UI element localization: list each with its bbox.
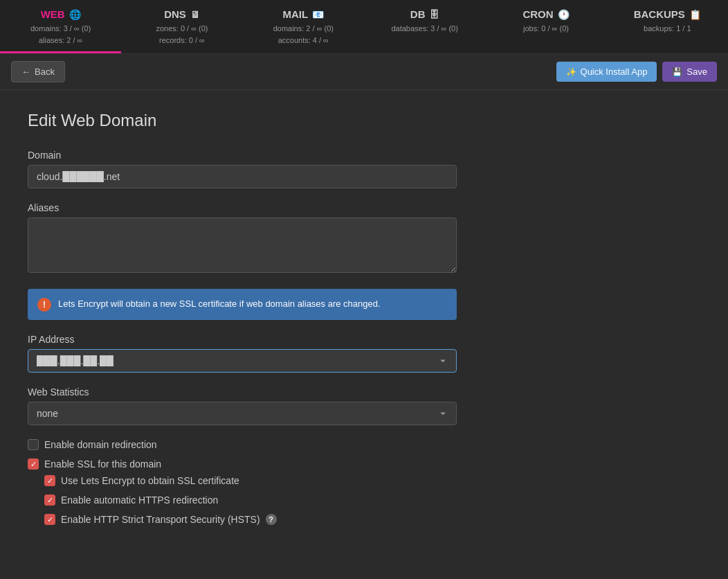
mail-icon [312, 8, 324, 20]
nav-item-db[interactable]: DB databases: 3 / ∞ (0) [364, 0, 485, 53]
web-stats-select[interactable]: none awstats webalizer [28, 402, 457, 425]
hsts-label[interactable]: Enable HTTP Strict Transport Security (H… [44, 514, 457, 525]
nav-item-cron[interactable]: CRON jobs: 0 / ∞ (0) [485, 0, 606, 53]
nav-item-backups[interactable]: BACKUPS backups: 1 / 1 [607, 0, 728, 53]
ip-address-select[interactable]: ███.███.██.██ [28, 349, 457, 373]
lets-encrypt-checkbox[interactable] [44, 475, 55, 486]
dns-icon [190, 8, 200, 20]
dns-label: DNS [164, 8, 186, 20]
mail-label: MAIL [282, 8, 308, 20]
backups-stat: backups: 1 / 1 [614, 23, 721, 35]
enable-ssl-text: Enable SSL for this domain [44, 458, 161, 470]
cron-label: CRON [522, 8, 553, 20]
nav-item-web[interactable]: WEB domains: 3 / ∞ (0) aliases: 2 / ∞ [0, 0, 121, 53]
enable-ssl-checkbox[interactable] [28, 458, 39, 470]
web-stat-aliases: aliases: 2 / ∞ [7, 35, 114, 46]
db-stat-databases: databases: 3 / ∞ (0) [371, 23, 478, 35]
https-redirect-text: Enable automatic HTTPS redirection [61, 495, 218, 506]
domain-label: Domain [28, 150, 457, 161]
mail-stat-accounts: accounts: 4 / ∞ [250, 35, 357, 46]
enable-redirect-group: Enable domain redirection [28, 439, 457, 450]
https-redirect-label[interactable]: Enable automatic HTTPS redirection [44, 495, 457, 506]
page-title: Edit Web Domain [28, 111, 457, 130]
toolbar: Back Quick Install App Save [0, 54, 728, 90]
main-content: Edit Web Domain Domain Aliases ! Lets En… [0, 90, 484, 554]
aliases-group: Aliases [28, 202, 457, 275]
hsts-help-icon[interactable]: ? [266, 514, 277, 525]
back-button[interactable]: Back [11, 61, 65, 82]
quick-install-label: Quick Install App [581, 66, 648, 77]
save-button[interactable]: Save [662, 62, 717, 82]
hsts-text: Enable HTTP Strict Transport Security (H… [61, 514, 260, 525]
https-redirect-group: Enable automatic HTTPS redirection [44, 495, 457, 506]
ip-address-label: IP Address [28, 334, 457, 345]
dns-stat-zones: zones: 0 / ∞ (0) [128, 23, 235, 35]
web-stats-group: Web Statistics none awstats webalizer [28, 386, 457, 425]
enable-redirect-checkbox[interactable] [28, 439, 39, 450]
lets-encrypt-group: Use Lets Encrypt to obtain SSL certifica… [44, 475, 457, 486]
nav-item-dns[interactable]: DNS zones: 0 / ∞ (0) records: 0 / ∞ [121, 0, 242, 53]
enable-redirect-text: Enable domain redirection [44, 439, 157, 450]
lets-encrypt-label[interactable]: Use Lets Encrypt to obtain SSL certifica… [44, 475, 457, 486]
db-icon [429, 8, 439, 20]
dns-stat-records: records: 0 / ∞ [128, 35, 235, 46]
globe-icon [69, 8, 81, 20]
alert-icon: ! [37, 298, 51, 312]
quick-install-button[interactable]: Quick Install App [556, 62, 657, 82]
backups-label: BACKUPS [634, 8, 685, 20]
web-stats-label: Web Statistics [28, 386, 457, 398]
domain-group: Domain [28, 150, 457, 188]
web-stat-domains: domains: 3 / ∞ (0) [7, 23, 114, 35]
backups-icon [689, 8, 701, 20]
ssl-sub-options: Use Lets Encrypt to obtain SSL certifica… [44, 475, 457, 525]
nav-item-mail[interactable]: MAIL domains: 2 / ∞ (0) accounts: 4 / ∞ [243, 0, 364, 53]
cron-stat-jobs: jobs: 0 / ∞ (0) [492, 23, 599, 35]
aliases-input[interactable] [28, 217, 457, 273]
back-label: Back [35, 66, 55, 77]
domain-input[interactable] [28, 165, 457, 188]
db-label: DB [410, 8, 426, 20]
enable-ssl-group: Enable SSL for this domain Use Lets Encr… [28, 458, 457, 525]
hsts-group: Enable HTTP Strict Transport Security (H… [44, 514, 457, 525]
enable-redirect-label[interactable]: Enable domain redirection [28, 439, 457, 450]
ssl-alert: ! Lets Encrypt will obtain a new SSL cer… [28, 289, 457, 320]
enable-ssl-label[interactable]: Enable SSL for this domain [28, 458, 457, 470]
web-label: WEB [41, 8, 65, 20]
https-redirect-checkbox[interactable] [44, 495, 55, 506]
ip-address-group: IP Address ███.███.██.██ [28, 334, 457, 373]
aliases-label: Aliases [28, 202, 457, 213]
lets-encrypt-text: Use Lets Encrypt to obtain SSL certifica… [61, 475, 239, 486]
alert-message: Lets Encrypt will obtain a new SSL certi… [58, 297, 381, 311]
wand-icon [566, 66, 576, 77]
save-icon [672, 66, 682, 77]
mail-stat-domains: domains: 2 / ∞ (0) [250, 23, 357, 35]
back-icon [21, 66, 30, 77]
hsts-checkbox[interactable] [44, 514, 55, 525]
top-navigation: WEB domains: 3 / ∞ (0) aliases: 2 / ∞ DN… [0, 0, 728, 54]
cron-icon [558, 8, 570, 20]
save-label: Save [686, 66, 707, 77]
